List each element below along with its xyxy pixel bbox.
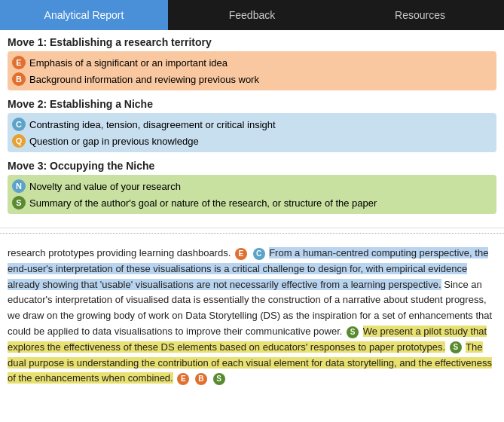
list-item: B Background information and reviewing p…	[12, 71, 492, 87]
tab-feedback[interactable]: Feedback	[168, 0, 336, 30]
move-1-section: Move 1: Establishing a research territor…	[8, 36, 496, 90]
list-item: Q Question or gap in previous knowledge	[12, 133, 492, 149]
tab-bar: Analytical Report Feedback Resources	[0, 0, 504, 30]
move-3-items: N Novelty and value of your research S S…	[8, 175, 496, 214]
move-2-title: Move 2: Establishing a Niche	[8, 98, 496, 110]
section-divider	[0, 233, 504, 234]
badge-Q-1: Q	[12, 134, 26, 148]
badge-B-1: B	[12, 72, 26, 86]
move-2-section: Move 2: Establishing a Niche C Contrasti…	[8, 98, 496, 152]
moves-container: Move 1: Establishing a research territor…	[0, 30, 504, 228]
paragraph: research prototypes providing learning d…	[8, 246, 496, 387]
tab-resources[interactable]: Resources	[336, 0, 504, 30]
list-item: N Novelty and value of your research	[12, 178, 492, 194]
move-1-title: Move 1: Establishing a research territor…	[8, 36, 496, 48]
move-1-items: E Emphasis of a significant or an import…	[8, 51, 496, 90]
inline-badge-S-1: S	[347, 326, 359, 338]
move-3-section: Move 3: Occupying the Niche N Novelty an…	[8, 160, 496, 214]
badge-S-1: S	[12, 196, 26, 209]
inline-badge-B-2: B	[195, 373, 207, 385]
inline-badge-E-2: E	[177, 373, 189, 385]
list-item: C Contrasting idea, tension, disagreemen…	[12, 116, 492, 133]
move-2-items: C Contrasting idea, tension, disagreemen…	[8, 113, 496, 152]
move-3-title: Move 3: Occupying the Niche	[8, 160, 496, 172]
inline-badge-C: C	[253, 248, 265, 260]
text-content-area: research prototypes providing learning d…	[0, 238, 504, 394]
list-item: S Summary of the author's goal or nature…	[12, 194, 492, 211]
tab-analytical-report[interactable]: Analytical Report	[0, 0, 168, 30]
badge-E-1: E	[12, 56, 26, 69]
badge-C-1: C	[12, 118, 26, 131]
inline-badge-S-2: S	[450, 341, 462, 353]
inline-badge-S-3: S	[213, 373, 225, 385]
list-item: E Emphasis of a significant or an import…	[12, 54, 492, 71]
badge-N-1: N	[12, 179, 26, 193]
inline-badge-E: E	[235, 248, 247, 260]
